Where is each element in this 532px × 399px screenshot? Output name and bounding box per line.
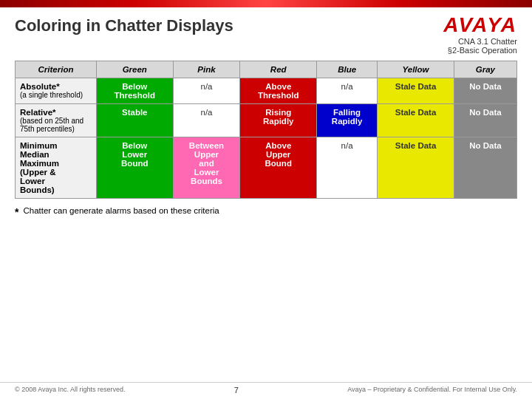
footnote-star: * — [15, 206, 18, 218]
blue-cell: n/a — [316, 78, 377, 104]
criterion-cell: Absolute*(a single threshold) — [16, 78, 97, 104]
criterion-cell: MinimumMedianMaximum(Upper &LowerBounds) — [16, 137, 97, 199]
content: Criterion Green Pink Red Blue Yellow Gra… — [0, 58, 532, 202]
header-right: AVAYA CNA 3.1 Chatter §2-Basic Operation — [443, 13, 517, 55]
slide-title: Coloring in Chatter Displays — [15, 13, 233, 35]
criterion-extra: Bounds) — [20, 185, 55, 194]
green-cell: Stable — [97, 104, 174, 137]
gray-cell: No Data — [454, 137, 516, 199]
col-header-pink: Pink — [173, 61, 240, 78]
criterion-sub: (based on 25th and 75th percentiles) — [20, 117, 92, 133]
blue-cell: FallingRapidly — [316, 104, 377, 137]
pink-cell: BetweenUpperandLowerBounds — [173, 137, 240, 199]
subtitle-line1: CNA 3.1 Chatter — [458, 37, 517, 46]
col-header-green: Green — [97, 61, 174, 78]
col-header-yellow: Yellow — [378, 61, 454, 78]
top-bar — [0, 0, 532, 7]
gray-cell: No Data — [454, 104, 516, 137]
pink-cell: n/a — [173, 78, 240, 104]
footnote: * Chatter can generate alarms based on t… — [0, 202, 532, 219]
col-header-gray: Gray — [454, 61, 516, 78]
red-cell: AboveThreshold — [240, 78, 317, 104]
yellow-cell: Stale Data — [378, 78, 454, 104]
red-cell: RisingRapidly — [240, 104, 317, 137]
gray-cell: No Data — [454, 78, 516, 104]
criterion-sub: (a single threshold) — [20, 91, 92, 99]
table-row: MinimumMedianMaximum(Upper &LowerBounds)… — [16, 137, 517, 199]
yellow-cell: Stale Data — [378, 104, 454, 137]
criterion-extra: (Upper & — [20, 168, 56, 177]
col-header-blue: Blue — [316, 61, 377, 78]
yellow-cell: Stale Data — [378, 137, 454, 199]
col-header-red: Red — [240, 61, 317, 78]
col-header-criterion: Criterion — [16, 61, 97, 78]
green-cell: BelowLowerBound — [97, 137, 174, 199]
footer-left: © 2008 Avaya Inc. All rights reserved. — [15, 386, 126, 395]
header: Coloring in Chatter Displays AVAYA CNA 3… — [0, 7, 532, 58]
table-row: Relative*(based on 25th and 75th percent… — [16, 104, 517, 137]
criterion-extra: Lower — [20, 177, 45, 185]
avaya-logo: AVAYA — [443, 13, 517, 37]
red-cell: AboveUpperBound — [240, 137, 317, 199]
criterion-extra: Median — [20, 150, 50, 159]
subtitle-line2: §2-Basic Operation — [448, 46, 517, 55]
footer-right: Avaya – Proprietary & Confidential. For … — [347, 386, 517, 395]
green-cell: BelowThreshold — [97, 78, 174, 104]
footnote-text: Chatter can generate alarms based on the… — [23, 206, 219, 215]
blue-cell: n/a — [316, 137, 377, 199]
criterion-extra: Maximum — [20, 159, 59, 168]
table-row: Absolute*(a single threshold)BelowThresh… — [16, 78, 517, 104]
table-body: Absolute*(a single threshold)BelowThresh… — [16, 78, 517, 199]
coloring-table: Criterion Green Pink Red Blue Yellow Gra… — [15, 61, 517, 199]
footer: © 2008 Avaya Inc. All rights reserved. 7… — [0, 382, 532, 395]
pink-cell: n/a — [173, 104, 240, 137]
criterion-cell: Relative*(based on 25th and 75th percent… — [16, 104, 97, 137]
table-header-row: Criterion Green Pink Red Blue Yellow Gra… — [16, 61, 517, 78]
subtitle: CNA 3.1 Chatter §2-Basic Operation — [448, 37, 517, 55]
footer-center: 7 — [234, 386, 239, 395]
